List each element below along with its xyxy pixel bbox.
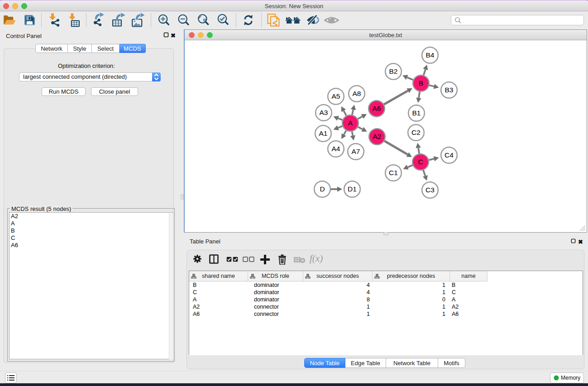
svg-text:B4: B4 <box>426 51 435 59</box>
svg-text:B1: B1 <box>412 109 421 117</box>
svg-text:A4: A4 <box>332 145 340 152</box>
svg-text:A: A <box>348 119 353 127</box>
svg-text:C4: C4 <box>445 151 454 159</box>
svg-text:C: C <box>418 158 423 166</box>
svg-text:C2: C2 <box>411 129 421 136</box>
svg-text:B: B <box>419 79 423 87</box>
svg-text:A7: A7 <box>352 148 360 155</box>
svg-text:A8: A8 <box>353 90 361 97</box>
svg-text:C1: C1 <box>389 169 398 176</box>
svg-text:A2: A2 <box>373 133 382 140</box>
svg-text:B2: B2 <box>389 67 398 75</box>
svg-text:D: D <box>320 185 325 193</box>
svg-text:C3: C3 <box>425 186 435 194</box>
svg-text:A6: A6 <box>373 105 381 112</box>
svg-text:B3: B3 <box>445 86 454 94</box>
svg-text:A1: A1 <box>319 129 328 137</box>
svg-text:A3: A3 <box>320 109 328 116</box>
svg-text:D1: D1 <box>348 185 357 193</box>
svg-text:A5: A5 <box>332 92 340 100</box>
